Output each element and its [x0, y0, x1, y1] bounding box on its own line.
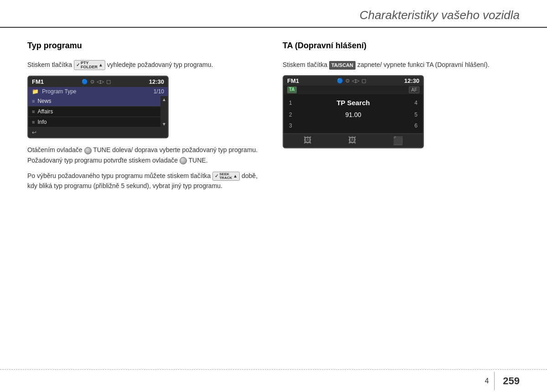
af-tag: AF — [409, 87, 419, 93]
footer-divider — [494, 372, 495, 390]
arrows-icon: ◁▷ — [97, 79, 104, 85]
pty-time: 12:30 — [149, 78, 164, 85]
tp-screen-icons: 🔵 ⊙ ◁▷ ▢ — [337, 78, 366, 84]
left-para2-text1: Otáčením ovladače — [27, 146, 84, 153]
pty-screen: FM1 🔵 ⊙ ◁▷ ▢ 12:30 📁 Program Type 1/10 — [27, 76, 169, 138]
pty-menu-title: 📁 Program Type — [32, 88, 77, 95]
left-para3: Po výběru požadovaného typu programu můž… — [27, 171, 264, 191]
tp-search-label: TP Search — [302, 99, 405, 107]
footer-page-number: 259 — [503, 375, 520, 387]
pty-list: ≡ News ≡ Affairs ≡ Info ▲ ▼ — [28, 96, 168, 127]
footer-section: 4 — [485, 377, 489, 385]
scroll-up-arrow[interactable]: ▲ — [162, 97, 166, 102]
right-para1-text2: zapnete/ vypnete funkci TA (Dopravní hlá… — [357, 61, 490, 68]
header-title: Charakteristiky vašeho vozidla — [360, 8, 520, 22]
back-arrow-icon: ↩ — [32, 129, 36, 136]
pty-item-news[interactable]: ≡ News — [28, 96, 168, 107]
tp-arrows-icon: ◁▷ — [352, 78, 359, 84]
tp-footer-icon1: 🖼 — [304, 136, 312, 146]
tp-num-6: 6 — [405, 122, 418, 129]
left-section-title: Typ programu — [27, 41, 264, 51]
tp-fm-label: FM1 — [287, 77, 299, 84]
left-column: Typ programu Stiskem tlačítka ✓ PTY FOLD… — [27, 27, 264, 369]
battery-icon: ▢ — [106, 79, 111, 85]
left-para2: Otáčením ovladače TUNE doleva/ doprava v… — [27, 145, 264, 165]
pty-folder-button[interactable]: ✓ PTY FOLDER ▲ — [74, 60, 105, 70]
main-content: Typ programu Stiskem tlačítka ✓ PTY FOLD… — [27, 27, 520, 369]
bluetooth-icon: 🔵 — [82, 79, 88, 85]
tp-footer: 🖼 🖼 ⬛ — [284, 133, 423, 148]
tp-footer-icon2: 🖼 — [348, 136, 356, 146]
tp-body: 1 TP Search 4 2 91.00 5 3 6 — [284, 94, 423, 133]
tp-grid: 1 TP Search 4 2 91.00 5 3 6 — [289, 99, 418, 129]
pty-menu-count: 1/10 — [154, 88, 164, 95]
tp-num-3: 3 — [289, 122, 302, 129]
tp-freq-display: 91.00 — [302, 111, 405, 119]
left-para1-before: Stiskem tlačítka — [27, 61, 72, 68]
right-para1-text1: Stiskem tlačítka — [283, 61, 329, 68]
tp-circle-icon: ⊙ — [346, 78, 350, 84]
tp-num-4: 4 — [405, 100, 418, 106]
pty-item-affairs[interactable]: ≡ Affairs — [28, 107, 168, 117]
left-para1-after: vyhledejte požadovaný typ programu. — [107, 61, 213, 68]
pty-fm-label: FM1 — [32, 78, 44, 85]
ta-scan-button[interactable]: TA/SCAN — [329, 61, 356, 70]
ta-tag: TA — [287, 87, 297, 93]
tune-knob-icon — [84, 147, 92, 154]
tp-tags-row: TA AF — [284, 86, 423, 94]
tune-knob-icon2 — [180, 157, 187, 164]
tp-num-1: 1 — [289, 100, 302, 106]
left-para3-text1: Po výběru požadovaného typu programu můž… — [27, 172, 212, 179]
right-section-title: TA (Dopravní hlášení) — [283, 41, 520, 51]
left-para2-tune2: TUNE. — [189, 157, 208, 164]
pty-item-news-label: News — [37, 98, 51, 104]
tp-screen: FM1 🔵 ⊙ ◁▷ ▢ 12:30 TA AF 1 — [283, 75, 424, 148]
affairs-item-icon: ≡ — [32, 109, 35, 114]
tp-num-2: 2 — [289, 112, 302, 118]
pty-back-button[interactable]: ↩ — [28, 127, 168, 137]
scroll-down-arrow[interactable]: ▼ — [162, 122, 166, 127]
tp-bluetooth-icon: 🔵 — [337, 78, 343, 84]
tp-time: 12:30 — [404, 77, 419, 84]
page-footer: 4 259 — [0, 369, 547, 392]
pty-menu-header: 📁 Program Type 1/10 — [28, 87, 168, 96]
pty-item-affairs-label: Affairs — [37, 108, 53, 115]
tp-battery-icon: ▢ — [361, 78, 366, 84]
pty-item-info-label: Info — [37, 119, 46, 125]
news-item-icon: ≡ — [32, 98, 35, 104]
left-para1: Stiskem tlačítka ✓ PTY FOLDER ▲ vyhledej… — [27, 60, 264, 70]
circle-icon: ⊙ — [90, 79, 94, 85]
info-item-icon: ≡ — [32, 119, 35, 125]
pty-item-info[interactable]: ≡ Info — [28, 117, 168, 127]
tp-num-5: 5 — [405, 112, 418, 118]
pty-screen-header: FM1 🔵 ⊙ ◁▷ ▢ 12:30 — [28, 76, 168, 87]
page-header: Charakteristiky vašeho vozidla — [0, 0, 547, 28]
footer-page-info: 4 259 — [485, 372, 520, 390]
seek-track-button[interactable]: ✓ SEEK TRACK ▲ — [212, 172, 240, 181]
right-para1: Stiskem tlačítka TA/SCAN zapnete/ vypnet… — [283, 60, 520, 70]
pty-scrollbar[interactable]: ▲ ▼ — [160, 96, 168, 127]
tp-screen-header: FM1 🔵 ⊙ ◁▷ ▢ 12:30 — [284, 76, 423, 86]
right-column: TA (Dopravní hlášení) Stiskem tlačítka T… — [283, 27, 520, 369]
pty-menu: 📁 Program Type 1/10 ≡ News ≡ Affairs — [28, 87, 168, 137]
tp-footer-icon3: ⬛ — [393, 136, 403, 146]
pty-screen-icons: 🔵 ⊙ ◁▷ ▢ — [82, 79, 111, 85]
